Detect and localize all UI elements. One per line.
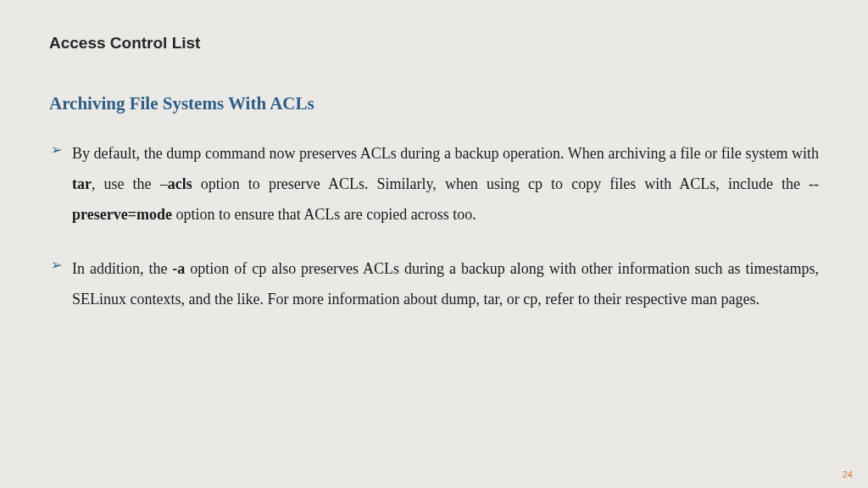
bold-run: -a [172, 260, 185, 277]
text-run: By default, the dump command now preserv… [72, 145, 819, 162]
page-number: 24 [843, 469, 853, 480]
text-run: option of cp also preserves ACLs during … [72, 260, 819, 308]
page-title: Access Control List [49, 34, 819, 53]
text-run: In addition, the [72, 260, 172, 277]
bullet-item: ➢ In addition, the -a option of cp also … [49, 253, 819, 314]
bullet-text: In addition, the -a option of cp also pr… [72, 253, 819, 314]
text-run: option to preserve ACLs. Similarly, when… [192, 175, 819, 192]
section-subtitle: Archiving File Systems With ACLs [49, 93, 819, 114]
bold-run: tar [72, 175, 92, 192]
arrow-icon: ➢ [51, 253, 62, 314]
bullet-text: By default, the dump command now preserv… [72, 138, 819, 230]
bold-run: acls [168, 175, 192, 192]
text-run: , use the – [92, 175, 168, 192]
arrow-icon: ➢ [51, 138, 62, 230]
bold-run: preserve=mode [72, 206, 172, 223]
text-run: option to ensure that ACLs are copied ac… [172, 206, 476, 223]
bullet-item: ➢ By default, the dump command now prese… [49, 138, 819, 230]
